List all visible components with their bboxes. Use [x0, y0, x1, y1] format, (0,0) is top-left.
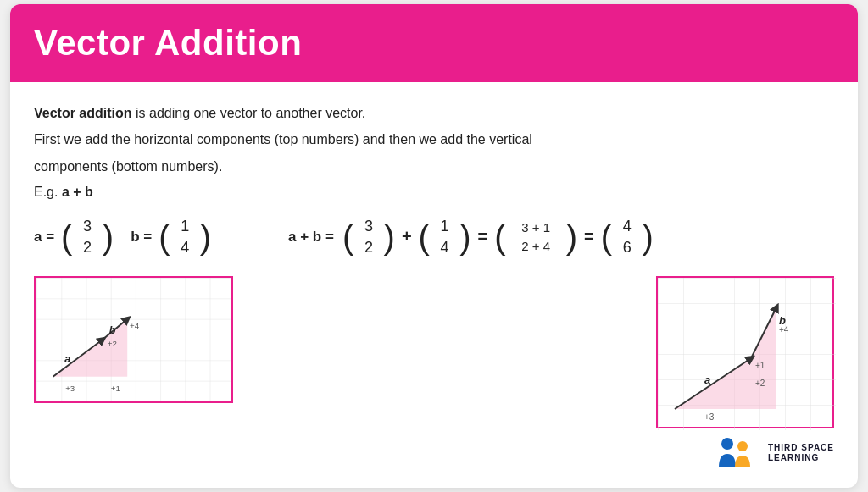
- addition-lhs: a + b =: [288, 229, 334, 246]
- matrix-add4-top: 4: [623, 217, 632, 236]
- paren-right-add4: ): [642, 212, 653, 263]
- header-section: Vector Addition: [10, 4, 858, 82]
- vector-a-expr: a = ( 3 2 ): [34, 212, 114, 263]
- eg-label: E.g. a + b: [34, 185, 834, 200]
- paren-right-a: ): [103, 212, 114, 263]
- svg-text:b: b: [109, 324, 116, 336]
- svg-text:+1: +1: [755, 361, 765, 370]
- addition-section: a + b = ( 3 2 ) + ( 1 4 ): [288, 212, 834, 263]
- matrix-a-bottom: 2: [83, 238, 92, 257]
- intro-line1: Vector addition is adding one vector to …: [34, 102, 834, 124]
- tsl-line1: THIRD SPACE: [768, 443, 834, 453]
- svg-rect-0: [36, 278, 231, 401]
- svg-text:b: b: [779, 314, 786, 327]
- intro-rest: is adding one vector to another vector.: [132, 106, 366, 120]
- matrix-add3: ( 3 + 1 2 + 4 ): [494, 214, 577, 259]
- svg-text:+4: +4: [130, 322, 140, 331]
- tsl-icon: [715, 435, 760, 471]
- svg-text:a: a: [704, 373, 710, 386]
- matrix-add3-top: 3 + 1: [521, 219, 550, 236]
- matrix-add2: ( 1 4 ): [419, 212, 471, 263]
- paren-left-b: (: [159, 212, 170, 263]
- diagram-right-svg: +1 +4 +2 +3 +2 a b: [658, 278, 836, 430]
- svg-text:+1: +1: [111, 384, 120, 394]
- paren-right-b: ): [200, 212, 211, 263]
- plus-sign: +: [402, 227, 412, 246]
- svg-text:+3: +3: [704, 412, 715, 422]
- right-panel: +1 +4 +2 +3 +2 a b: [656, 276, 834, 471]
- tsl-line2: LEARNING: [768, 453, 834, 463]
- matrix-b: ( 1 4 ): [159, 212, 211, 263]
- paren-left-add4: (: [601, 212, 612, 263]
- paren-right-add1: ): [384, 212, 395, 263]
- intro-line2: First we add the horizontal components (…: [34, 129, 834, 151]
- matrix-a: ( 3 2 ): [61, 212, 114, 263]
- matrix-add3-bottom: 2 + 4: [521, 238, 550, 255]
- svg-point-23: [721, 438, 733, 450]
- matrix-add2-top: 1: [441, 217, 449, 236]
- matrix-add1: ( 3 2 ): [342, 212, 395, 263]
- paren-left-add1: (: [342, 212, 353, 263]
- paren-left-add2: (: [419, 212, 430, 263]
- tsl-text: THIRD SPACE LEARNING: [768, 443, 834, 463]
- intro-bold: Vector addition: [34, 106, 132, 120]
- paren-right-add2: ): [459, 212, 470, 263]
- main-card: Vector Addition Vector addition is addin…: [10, 4, 858, 489]
- tsl-logo: THIRD SPACE LEARNING: [715, 435, 834, 471]
- vector-a-label: a =: [34, 229, 54, 246]
- intro-line3: components (bottom numbers).: [34, 156, 834, 178]
- vector-b-label: b =: [131, 229, 152, 246]
- matrix-add1-top: 3: [364, 217, 373, 236]
- matrix-add1-bottom: 2: [364, 238, 373, 257]
- paren-left-a: (: [61, 212, 72, 263]
- matrix-add2-bottom: 4: [441, 238, 449, 257]
- content-section: Vector addition is adding one vector to …: [10, 82, 858, 489]
- diagrams-wrapper: +2 +4 +3 +1 a b: [34, 276, 834, 471]
- diagram-right: +1 +4 +2 +3 +2 a b: [656, 276, 834, 428]
- matrix-a-top: 3: [83, 217, 92, 236]
- equals-sign-2: =: [584, 227, 594, 246]
- vector-b-expr: b = ( 1 4 ): [131, 212, 211, 263]
- math-section: a = ( 3 2 ) b = ( 1: [34, 212, 834, 263]
- matrix-add4-bottom: 6: [623, 238, 632, 257]
- diagram-left-svg: +2 +4 +3 +1 a b: [36, 278, 231, 401]
- equals-sign-1: =: [478, 227, 488, 246]
- page-title: Vector Addition: [34, 23, 834, 64]
- matrix-add4: ( 4 6 ): [601, 212, 654, 263]
- svg-text:+3: +3: [65, 384, 75, 394]
- paren-right-add3: ): [566, 214, 577, 259]
- paren-left-add3: (: [494, 214, 505, 259]
- svg-text:+2: +2: [108, 339, 117, 348]
- diagram-left: +2 +4 +3 +1 a b: [34, 276, 233, 403]
- svg-text:+2: +2: [755, 379, 765, 388]
- svg-point-24: [737, 441, 748, 451]
- matrix-b-top: 1: [181, 217, 189, 236]
- vectors-left: a = ( 3 2 ) b = ( 1: [34, 212, 254, 263]
- matrix-b-bottom: 4: [181, 238, 189, 257]
- svg-text:a: a: [64, 354, 70, 366]
